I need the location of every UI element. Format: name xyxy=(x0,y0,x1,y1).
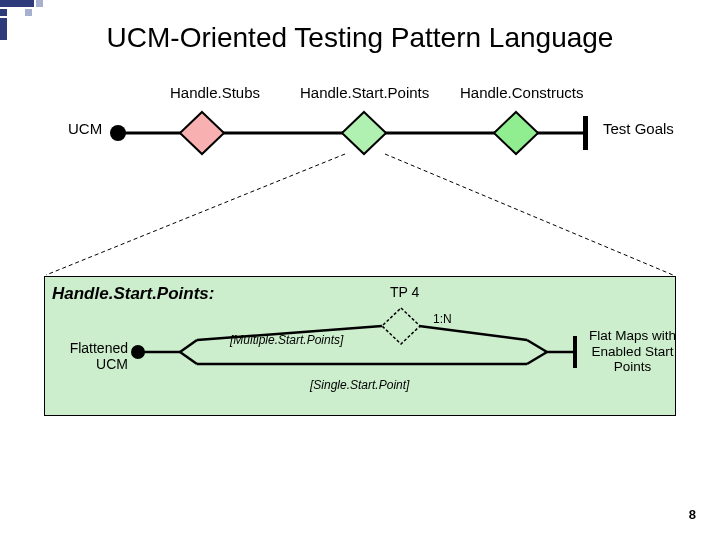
slide: UCM-Oriented Testing Pattern Language Ha… xyxy=(0,0,720,540)
page-number: 8 xyxy=(689,507,696,522)
svg-line-18 xyxy=(527,352,547,364)
start-dot-icon xyxy=(110,125,126,141)
diamond-constructs-icon xyxy=(494,112,538,154)
svg-marker-7 xyxy=(342,112,386,154)
diamond-stubs-icon xyxy=(180,112,224,154)
connector-lines-svg xyxy=(0,150,720,278)
label-single-startpoint: [Single.Start.Point] xyxy=(310,378,409,392)
svg-marker-6 xyxy=(180,112,224,154)
label-test-goals: Test Goals xyxy=(603,120,674,137)
detail-end-bar-icon xyxy=(573,336,577,368)
svg-line-10 xyxy=(385,154,673,275)
end-bar-icon xyxy=(583,116,588,150)
svg-line-12 xyxy=(180,340,197,352)
svg-line-15 xyxy=(419,326,527,340)
label-handle-startpoints: Handle.Start.Points xyxy=(300,84,429,101)
svg-rect-1 xyxy=(36,0,43,7)
svg-marker-8 xyxy=(494,112,538,154)
svg-line-13 xyxy=(180,352,197,364)
label-multiple-startpoints: [Multiple.Start.Points] xyxy=(230,333,343,347)
labels-row: Handle.Stubs Handle.Start.Points Handle.… xyxy=(0,84,720,104)
dashed-diamond-icon xyxy=(382,308,420,344)
svg-line-9 xyxy=(46,154,345,275)
svg-marker-20 xyxy=(382,308,420,344)
svg-rect-0 xyxy=(0,0,34,7)
label-handle-stubs: Handle.Stubs xyxy=(170,84,260,101)
slide-title: UCM-Oriented Testing Pattern Language xyxy=(0,22,720,54)
diamond-startpoints-icon xyxy=(342,112,386,154)
svg-rect-2 xyxy=(0,9,7,16)
svg-rect-3 xyxy=(25,9,32,16)
svg-line-17 xyxy=(527,340,547,352)
label-handle-constructs: Handle.Constructs xyxy=(460,84,583,101)
